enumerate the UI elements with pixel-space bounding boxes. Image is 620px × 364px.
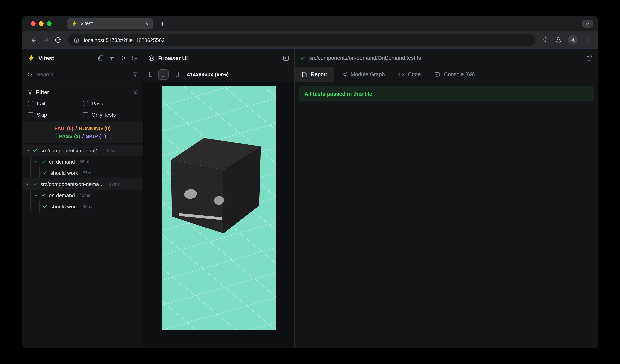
test-suite-label: on demand	[49, 192, 75, 198]
close-window-button[interactable]	[31, 21, 36, 26]
search-icon	[27, 72, 33, 77]
browser-ui-panel: Browser UI	[143, 49, 295, 348]
filter-funnel-icon	[27, 89, 33, 95]
checkbox[interactable]	[28, 101, 33, 106]
check-icon	[33, 148, 38, 153]
tab-console[interactable]: Console (69)	[428, 67, 482, 82]
chevron-down-icon[interactable]	[26, 148, 30, 153]
toolbar-right-icons	[539, 35, 592, 45]
tab-code[interactable]: Code	[391, 67, 428, 82]
filter-panel: Filter Fail Pass	[22, 82, 143, 122]
maximize-window-button[interactable]	[47, 21, 51, 26]
tab-label: Report	[311, 72, 327, 77]
back-button[interactable]	[28, 34, 40, 46]
browser-menu-icon[interactable]	[584, 37, 590, 43]
tab-label: Console (69)	[444, 72, 475, 77]
test-duration: 56ms	[79, 159, 90, 164]
tree-test-row[interactable]: should work 55ms	[40, 167, 143, 178]
test-duration: 43ms	[109, 182, 120, 186]
filter-reset-icon[interactable]	[132, 89, 138, 95]
app-title: Vitest	[38, 55, 54, 61]
viewport-size-label: 414x896px (68%)	[187, 72, 229, 77]
checkbox-label: Fail	[37, 101, 45, 107]
test-tree: src/components/manual/… 56ms on demand 5…	[22, 143, 143, 348]
test-suite-label: on demand	[49, 159, 75, 165]
bookmark-star-icon[interactable]	[542, 37, 549, 43]
skip-count: SKIP (--)	[86, 133, 106, 139]
tab-close-icon[interactable]	[145, 21, 149, 26]
sidebar: Vitest	[22, 49, 143, 348]
checkbox-label: Pass	[92, 101, 103, 107]
chevron-down-icon[interactable]	[34, 193, 38, 197]
report-doc-icon	[302, 72, 307, 77]
test-duration: 43ms	[79, 193, 90, 198]
report-panel: src/components/on-demand/OnDemand.test.t…	[295, 49, 598, 348]
tab-label: Module Graph	[351, 72, 385, 77]
filter-checkbox-fail[interactable]: Fail	[28, 100, 83, 107]
traffic-lights	[22, 21, 58, 26]
new-tab-button[interactable]	[159, 21, 165, 27]
chevron-down-icon[interactable]	[34, 160, 38, 164]
filter-checkbox-pass[interactable]: Pass	[83, 100, 138, 107]
code-icon	[398, 72, 404, 77]
profile-avatar[interactable]	[568, 35, 578, 45]
dashboard-grid-icon[interactable]	[109, 55, 115, 61]
tablet-icon[interactable]	[173, 71, 179, 78]
tab-title: Vitest	[80, 21, 141, 26]
clear-filter-icon[interactable]	[132, 72, 138, 77]
forward-button[interactable]	[40, 34, 52, 46]
collapse-panels-icon[interactable]	[98, 55, 104, 61]
checkbox[interactable]	[28, 112, 33, 117]
check-icon	[33, 182, 38, 186]
vitest-ui: Vitest	[22, 49, 598, 348]
checkbox-label: Only Tests	[92, 112, 116, 118]
test-file-path: src/components/on-demand/OnDemand.test.t…	[309, 55, 421, 61]
site-info-icon[interactable]	[74, 37, 79, 43]
tab-module-graph[interactable]: Module Graph	[334, 67, 391, 82]
checkbox[interactable]	[83, 112, 88, 117]
url-bar[interactable]: localhost:5173/#/?file=1828625563	[68, 34, 535, 46]
browser-window: Vitest	[22, 16, 598, 348]
test-summary: FAIL (0)/RUNNING (0) PASS (2)/SKIP (--)	[22, 122, 143, 143]
summary-line-2: PASS (2)/SKIP (--)	[22, 132, 143, 141]
console-icon	[434, 72, 440, 77]
search-row	[22, 67, 143, 82]
open-external-icon[interactable]	[587, 55, 592, 61]
tree-suite-row[interactable]: on demand 56ms	[31, 156, 143, 167]
chevron-down-icon[interactable]	[26, 182, 30, 186]
tab-search-chevron-button[interactable]	[582, 20, 593, 28]
labs-flask-icon[interactable]	[555, 37, 562, 43]
check-icon	[41, 159, 46, 164]
test-case-label: should work	[50, 203, 78, 209]
search-input[interactable]	[36, 71, 132, 78]
checkbox[interactable]	[83, 101, 88, 106]
tree-file-row[interactable]: src/components/manual/… 56ms	[22, 145, 143, 156]
tree-suite-row[interactable]: on demand 43ms	[31, 189, 143, 201]
test-duration: 43ms	[83, 204, 94, 209]
globe-icon	[148, 55, 155, 61]
run-all-play-icon[interactable]	[120, 55, 126, 61]
minimize-window-button[interactable]	[39, 21, 44, 26]
reload-button[interactable]	[52, 34, 64, 46]
tab-report[interactable]: Report	[295, 67, 334, 82]
phone-viewport-active-button[interactable]	[158, 69, 169, 80]
browser-tab[interactable]: Vitest	[67, 18, 153, 29]
filter-checkbox-only-tests[interactable]: Only Tests	[83, 111, 138, 118]
filter-checkbox-skip[interactable]: Skip	[28, 111, 83, 118]
test-case-label: should work	[50, 170, 78, 176]
dark-mode-moon-icon[interactable]	[131, 55, 138, 61]
open-panel-right-icon[interactable]	[283, 55, 289, 61]
tab-label: Code	[408, 72, 421, 77]
tree-test-row[interactable]: should work 43ms	[40, 201, 143, 212]
robot-cube	[171, 138, 261, 233]
check-icon	[43, 204, 47, 209]
check-icon	[41, 193, 46, 198]
tested-app-iframe[interactable]	[162, 86, 276, 331]
check-icon	[300, 55, 306, 61]
small-phone-icon[interactable]	[148, 72, 154, 77]
screen: Vitest	[0, 0, 620, 364]
pass-count: PASS (2)	[59, 133, 80, 139]
tree-file-row[interactable]: src/components/on-dema… 43ms	[22, 178, 143, 189]
fail-count: FAIL (0)	[54, 125, 73, 131]
threejs-scene	[162, 86, 276, 331]
